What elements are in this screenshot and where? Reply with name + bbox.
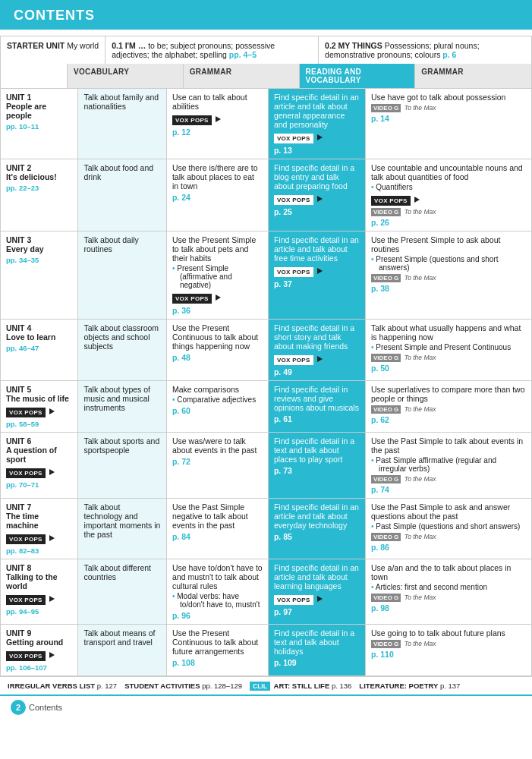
play-icon: [49, 408, 55, 414]
table-row: UNIT 9 Getting around VOX POPS pp. 106–1…: [1, 625, 532, 676]
vocab-cell: Talk about food and drink: [78, 159, 166, 231]
play-icon: [49, 596, 55, 602]
unit-label-cell: UNIT 5 The music of life VOX POPS pp. 58…: [1, 381, 78, 433]
video-badge-row: VIDEO G To the Max: [371, 104, 526, 112]
unit-label-cell: UNIT 8 Talking to the world VOX POPS pp.…: [1, 559, 78, 625]
reading-cell: Find specific detail in a short story an…: [268, 320, 365, 381]
video-badge-row: VIDEO G To the Max: [371, 274, 526, 282]
reading-cell: Find specific detail in an article and t…: [268, 231, 365, 320]
vocab-cell: Talk about classroom objects and school …: [78, 320, 166, 381]
reading-cell: Find specific detail in an article and t…: [268, 499, 365, 559]
play-icon: [216, 116, 221, 122]
grammar-bullet: Comparative adjectives: [172, 395, 263, 404]
play-icon: [317, 134, 323, 140]
footer-clil: CLIL ART: Still life p. 136: [250, 682, 351, 690]
grammar2-bullet: Present Simple (questions and short answ…: [371, 255, 526, 272]
grammar2-bullet: Past Simple affirmative (regular and irr…: [371, 456, 526, 473]
grammar-cell: Use the Present Continuous to talk about…: [166, 320, 268, 381]
table-row: UNIT 5 The music of life VOX POPS pp. 58…: [1, 381, 532, 433]
grammar2-cell: Use the Past Simple to talk about events…: [366, 433, 532, 499]
page-number: 2: [11, 700, 26, 715]
vocab-cell: Talk about daily routines: [78, 231, 166, 320]
play-icon: [49, 535, 55, 541]
grammar2-cell: Use going to to talk about future plans …: [366, 625, 532, 676]
unit-label-cell: UNIT 9 Getting around VOX POPS pp. 106–1…: [1, 625, 78, 676]
video-badge-row: VIDEO G To the Max: [371, 208, 526, 216]
grammar-bullet: Modal verbs: have to/don't have to, must…: [172, 592, 263, 609]
grammar2-cell: Use the Present Simple to ask about rout…: [366, 231, 532, 320]
section-label: Contents: [29, 703, 62, 712]
grammar2-header: GRAMMAR: [415, 64, 531, 88]
grammar2-bullet: Quantifiers: [371, 183, 526, 191]
vox-badge: VOX POPS: [172, 294, 212, 304]
play-icon: [414, 197, 420, 203]
grammar-cell: Use the Present Simple to talk about pet…: [166, 231, 268, 320]
vox-badge: VOX POPS: [6, 408, 46, 417]
page-title: CONTENTS: [14, 8, 518, 24]
vox-badge: VOX POPS: [6, 468, 46, 478]
grammar-header: GRAMMAR: [184, 64, 300, 88]
reading-cell: Find specific detail in a text and talk …: [268, 433, 365, 499]
footer-strip: IRREGULAR VERBS LIST p. 127 STUDENT ACTI…: [0, 676, 532, 694]
unit-label-cell: UNIT 3 Every day pp. 34–35: [1, 231, 78, 320]
vocab-cell: Talk about different countries: [78, 559, 166, 625]
units-table: UNIT 1 People are people pp. 10–11 Talk …: [0, 88, 532, 676]
grammar2-cell: Use superlatives to compare more than tw…: [366, 381, 532, 433]
reading-cell: Find specific detail in a text and talk …: [268, 625, 365, 676]
grammar2-cell: Use have got to talk about possession VI…: [366, 89, 532, 159]
vox-badge: VOX POPS: [274, 195, 313, 205]
video-badge-row: VIDEO G To the Max: [371, 405, 526, 414]
grammar2-bullet: Articles: first and second mention: [371, 583, 526, 591]
starter-col1: 0.1 I'M … to be; subject pronouns; posse…: [105, 36, 319, 64]
unit-label-cell: UNIT 1 People are people pp. 10–11: [1, 89, 78, 159]
play-icon: [317, 596, 323, 602]
footer-literature: LITERATURE: Poetry p. 137: [359, 682, 460, 690]
starter-label: STARTER UNIT My world: [1, 36, 105, 64]
vox-badge: VOX POPS: [274, 355, 313, 365]
unit-label-cell: UNIT 6 A question of sport VOX POPS pp. …: [1, 433, 78, 499]
video-badge-row: VIDEO G To the Max: [371, 533, 526, 541]
grammar-cell: Make comparisons Comparative adjectives …: [166, 381, 268, 433]
bottom-nav: 2 Contents: [0, 694, 532, 719]
vox-badge: VOX POPS: [274, 134, 313, 143]
grammar2-bullet: Past Simple (questions and short answers…: [371, 522, 526, 531]
contents-header: CONTENTS: [0, 0, 532, 30]
table-row: UNIT 7 The time machine VOX POPS pp. 82–…: [1, 499, 532, 559]
grammar-cell: Use can to talk about abilities VOX POPS…: [166, 89, 268, 159]
vox-badge: VOX POPS: [6, 651, 46, 661]
vox-badge: VOX POPS: [274, 595, 313, 605]
footer-irregular-verbs: IRREGULAR VERBS LIST p. 127: [8, 682, 117, 690]
vox-badge: VOX POPS: [6, 595, 46, 605]
grammar-cell: Use the Present Continuous to talk about…: [166, 625, 268, 676]
grammar-cell: Use have to/don't have to and mustn't to…: [166, 559, 268, 625]
unit-label-cell: UNIT 2 It's delicious! pp. 22–23: [1, 159, 78, 231]
reading-header: READING and VOCABULARY: [300, 64, 416, 88]
video-badge-row: VIDEO G To the Max: [371, 640, 526, 648]
unit-label-cell: UNIT 7 The time machine VOX POPS pp. 82–…: [1, 499, 78, 559]
video-badge-row: VIDEO G To the Max: [371, 475, 526, 483]
video-badge-row: VIDEO G To the Max: [371, 594, 526, 602]
column-headers: VOCABULARY GRAMMAR READING and VOCABULAR…: [0, 64, 532, 88]
video-badge-row: VIDEO G To the Max: [371, 354, 526, 362]
play-icon: [49, 469, 55, 475]
vocab-cell: Talk about means of transport and travel: [78, 625, 166, 676]
grammar2-cell: Use countable and uncountable nouns and …: [366, 159, 532, 231]
empty-header: [1, 64, 68, 88]
vocab-cell: Talk about technology and important mome…: [78, 499, 166, 559]
unit-label-cell: UNIT 4 Love to learn pp. 46–47: [1, 320, 78, 381]
vox-badge: VOX POPS: [371, 196, 411, 206]
table-row: UNIT 8 Talking to the world VOX POPS pp.…: [1, 559, 532, 625]
grammar2-cell: Use the Past Simple to ask and answer qu…: [366, 499, 532, 559]
starter-col2: 0.2 MY THINGS Possessions; plural nouns;…: [319, 36, 531, 64]
table-row: UNIT 4 Love to learn pp. 46–47 Talk abou…: [1, 320, 532, 381]
vox-badge: VOX POPS: [172, 115, 212, 125]
vocab-cell: Talk about types of music and musical in…: [78, 381, 166, 433]
grammar-cell: Use the Past Simple negative to talk abo…: [166, 499, 268, 559]
vox-badge: VOX POPS: [274, 267, 313, 277]
reading-cell: Find specific detail in a blog entry and…: [268, 159, 365, 231]
play-icon: [216, 294, 221, 301]
page-wrapper: CONTENTS STARTER UNIT My world 0.1 I'M ……: [0, 0, 532, 719]
play-icon: [49, 652, 55, 658]
vox-badge: VOX POPS: [6, 534, 46, 544]
play-icon: [317, 196, 323, 202]
